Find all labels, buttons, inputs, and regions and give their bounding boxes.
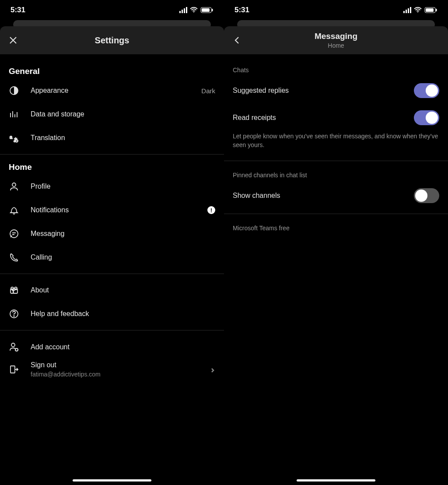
section-general: General: [0, 63, 224, 79]
about-label: About: [31, 286, 215, 294]
row-about[interactable]: T About: [0, 278, 224, 302]
read-receipts-helper: Let people know when you've seen their m…: [224, 131, 448, 156]
messaging-icon: [9, 228, 19, 239]
row-suggested-replies[interactable]: Suggested replies: [224, 77, 448, 104]
settings-screen: 5:31 Settings General Appearance Dark Da…: [0, 0, 224, 485]
settings-content[interactable]: General Appearance Dark Data and storage…: [0, 54, 224, 485]
row-add-account[interactable]: Add account: [0, 335, 224, 358]
status-right: [403, 7, 438, 13]
back-icon[interactable]: [232, 35, 242, 46]
add-account-label: Add account: [31, 343, 215, 351]
appearance-value: Dark: [201, 87, 215, 95]
row-messaging[interactable]: Messaging: [0, 222, 224, 246]
divider: [224, 214, 448, 214]
about-icon: T: [9, 285, 19, 295]
divider: [0, 330, 224, 330]
notifications-label: Notifications: [31, 206, 207, 214]
row-calling[interactable]: Calling: [0, 246, 224, 269]
divider: [0, 154, 224, 155]
help-icon: [9, 309, 19, 319]
svg-point-10: [14, 287, 17, 290]
show-channels-toggle[interactable]: [414, 188, 439, 203]
wifi-icon: [414, 7, 422, 13]
translation-label: Translation: [31, 134, 215, 142]
wifi-icon: [190, 7, 198, 13]
messaging-content[interactable]: Chats Suggested replies Read receipts Le…: [224, 54, 448, 485]
signal-icon: [179, 7, 187, 13]
row-sign-out[interactable]: Sign out fatima@addictivetips.com: [0, 358, 224, 384]
row-notifications[interactable]: Notifications !: [0, 198, 224, 222]
profile-label: Profile: [31, 183, 215, 190]
divider: [0, 274, 224, 274]
translation-icon: aあ: [9, 133, 19, 143]
row-profile[interactable]: Profile: [0, 175, 224, 198]
divider: [224, 161, 448, 161]
row-translation[interactable]: aあ Translation: [0, 126, 224, 150]
svg-text:あ: あ: [14, 137, 18, 142]
settings-header: Settings: [0, 26, 224, 54]
read-receipts-label: Read receipts: [233, 114, 414, 122]
suggested-replies-toggle[interactable]: [414, 83, 439, 98]
svg-text:T: T: [12, 289, 14, 293]
svg-point-0: [193, 11, 194, 12]
sheet-stack: [4, 20, 220, 26]
sign-out-email: fatima@addictivetips.com: [31, 371, 210, 378]
svg-point-7: [12, 183, 16, 186]
svg-rect-2: [202, 8, 210, 12]
calling-label: Calling: [31, 253, 215, 261]
chevron-right-icon: [210, 367, 215, 372]
sign-out-label: Sign out: [31, 361, 210, 369]
data-storage-label: Data and storage: [31, 110, 215, 118]
status-bar: 5:31: [224, 0, 448, 20]
messaging-header: Messaging Home: [224, 26, 448, 54]
battery-icon: [200, 7, 214, 13]
status-time: 5:31: [10, 6, 25, 14]
profile-icon: [9, 181, 19, 192]
settings-title: Settings: [8, 35, 216, 46]
home-indicator[interactable]: [73, 479, 151, 481]
sheet-stack: [228, 20, 444, 26]
home-indicator[interactable]: [297, 479, 375, 481]
row-read-receipts[interactable]: Read receipts: [224, 104, 448, 131]
section-home: Home: [0, 159, 224, 175]
row-show-channels[interactable]: Show channels: [224, 182, 448, 209]
svg-rect-21: [436, 9, 437, 11]
show-channels-label: Show channels: [233, 192, 414, 200]
section-pinned: Pinned channels in chat list: [224, 165, 448, 182]
status-time: 5:31: [234, 6, 249, 14]
data-storage-icon: [9, 109, 19, 119]
row-help[interactable]: Help and feedback: [0, 302, 224, 326]
sign-out-icon: [9, 364, 19, 375]
close-icon[interactable]: [8, 35, 18, 46]
calling-icon: [9, 252, 19, 263]
section-chats: Chats: [224, 67, 448, 77]
messaging-title: Messaging: [232, 32, 440, 41]
svg-point-14: [14, 316, 14, 316]
help-label: Help and feedback: [31, 310, 215, 318]
add-account-icon: [9, 342, 19, 352]
messaging-subtitle: Home: [232, 42, 440, 49]
svg-text:a: a: [10, 134, 13, 140]
suggested-replies-label: Suggested replies: [233, 87, 414, 95]
messaging-screen: 5:31 Messaging Home Chats Suggested repl…: [224, 0, 448, 485]
footer-label: Microsoft Teams free: [224, 218, 448, 235]
svg-rect-17: [10, 366, 15, 373]
messaging-label: Messaging: [31, 230, 215, 238]
appearance-icon: [9, 85, 19, 96]
battery-icon: [424, 7, 438, 13]
notifications-icon: [9, 205, 19, 215]
read-receipts-toggle[interactable]: [414, 110, 439, 125]
appearance-label: Appearance: [31, 87, 201, 95]
status-bar: 5:31: [0, 0, 224, 20]
signal-icon: [403, 7, 411, 13]
row-data-storage[interactable]: Data and storage: [0, 102, 224, 126]
svg-rect-3: [212, 9, 213, 11]
svg-point-18: [417, 11, 418, 12]
alert-badge: !: [207, 206, 215, 214]
row-appearance[interactable]: Appearance Dark: [0, 79, 224, 102]
svg-point-15: [11, 343, 15, 347]
status-right: [179, 7, 214, 13]
svg-rect-20: [426, 8, 434, 12]
